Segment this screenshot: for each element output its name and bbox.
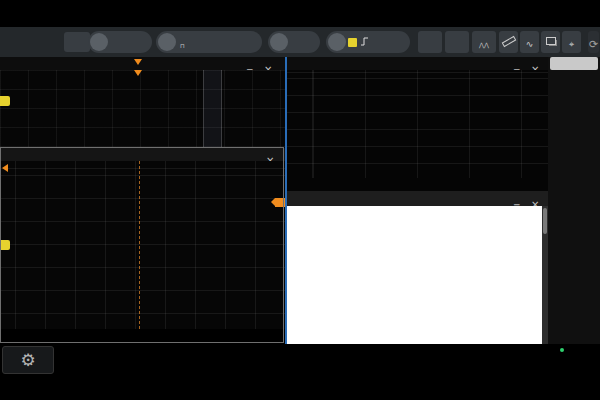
zoom-trace xyxy=(0,161,285,329)
waveview-trace xyxy=(0,70,285,147)
trigger-offscreen-arrow-icon xyxy=(2,164,8,172)
oscilloscope-screen xyxy=(0,0,600,400)
refresh-button[interactable] xyxy=(588,31,599,53)
waveview-header xyxy=(0,57,285,70)
lan-status-icon xyxy=(560,348,564,352)
trigger-source-badge xyxy=(348,38,357,47)
acquire-control[interactable] xyxy=(156,31,262,53)
gear-icon xyxy=(20,350,35,370)
sample-rate-group xyxy=(180,34,186,50)
refresh-icon xyxy=(589,33,598,52)
trigger-mode-badge xyxy=(64,32,90,52)
toolbar xyxy=(0,27,600,57)
cursor-button[interactable] xyxy=(562,31,581,53)
delay-knob[interactable] xyxy=(270,33,288,51)
ruler-icon xyxy=(501,36,516,47)
rising-edge-icon xyxy=(360,37,369,47)
trigger-position-pin-icon xyxy=(134,70,142,76)
zoom-x-axis xyxy=(0,329,285,342)
rtsa-button[interactable] xyxy=(472,31,496,53)
settings-button[interactable] xyxy=(2,346,54,374)
delay-control[interactable] xyxy=(268,31,320,53)
close-icon[interactable] xyxy=(264,58,272,70)
results-sidebar xyxy=(548,57,600,344)
results-tab[interactable] xyxy=(550,57,598,70)
fft-header xyxy=(287,57,548,70)
scrollbar-thumb[interactable] xyxy=(543,208,547,234)
zoom-window-region[interactable] xyxy=(203,70,222,147)
peak-search-header xyxy=(287,191,548,206)
channel1-badge[interactable] xyxy=(0,240,10,250)
menu-icon[interactable] xyxy=(513,59,521,70)
trigger-level-tag[interactable] xyxy=(275,198,285,207)
fft-plot[interactable] xyxy=(287,70,548,178)
menu-icon[interactable] xyxy=(246,59,254,70)
center-reference-line xyxy=(139,161,140,329)
trigger-knob[interactable] xyxy=(328,33,346,51)
trigger-control[interactable] xyxy=(326,31,410,53)
trigger-position-marker-icon[interactable] xyxy=(134,59,142,65)
clock-block xyxy=(558,346,598,372)
cursor-icon xyxy=(569,32,574,51)
fft-x-axis xyxy=(287,178,548,191)
channel1-badge[interactable] xyxy=(0,96,10,106)
rtsa-icon xyxy=(479,32,489,51)
waveview-plot[interactable] xyxy=(0,70,285,147)
measure-button[interactable] xyxy=(499,31,518,53)
multi-window-button[interactable] xyxy=(541,31,560,53)
zoomview-plot[interactable] xyxy=(0,161,285,329)
horizontal-control[interactable] xyxy=(88,31,152,53)
close-icon[interactable] xyxy=(266,149,274,161)
status-bar xyxy=(0,345,600,374)
waveform-icon xyxy=(526,32,534,51)
stop-run-button[interactable] xyxy=(418,31,442,53)
horizontal-knob[interactable] xyxy=(90,33,108,51)
close-icon[interactable] xyxy=(531,58,539,70)
square-wave-icon xyxy=(180,42,186,49)
fft-trace xyxy=(287,70,548,178)
default-button[interactable] xyxy=(445,31,469,53)
zoomview-header xyxy=(0,148,285,161)
waveform-nav-strip[interactable] xyxy=(88,59,218,69)
acquire-knob[interactable] xyxy=(158,33,176,51)
peak-search-table xyxy=(287,206,542,344)
multi-window-icon xyxy=(546,37,556,45)
sample-control-button[interactable] xyxy=(520,31,539,53)
